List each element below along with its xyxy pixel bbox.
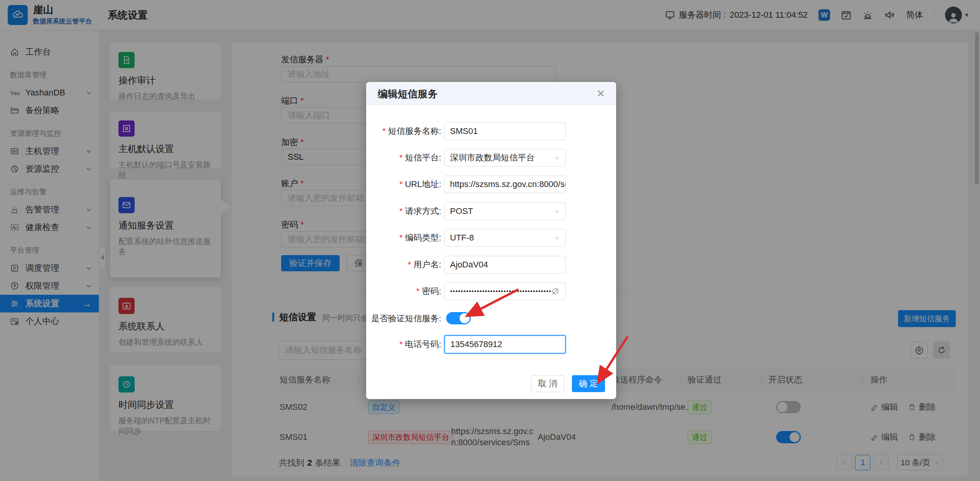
app-root: 崖山 数据库系统云管平台 系统设置 服务器时间 : 2023-12-01 11:… bbox=[0, 0, 980, 481]
modal-password-input[interactable]: •••••••••••••••••••••••••••••••••••••••• bbox=[444, 282, 566, 300]
modal-field-username: *用户名: AjoDaV04 bbox=[366, 256, 616, 274]
modal-field-encoding: *编码类型: UTF-8 bbox=[366, 229, 616, 247]
username-input[interactable]: AjoDaV04 bbox=[444, 256, 566, 274]
verify-sms-toggle[interactable] bbox=[446, 312, 471, 324]
modal-field-verify-toggle: 是否验证短信服务: bbox=[366, 310, 616, 327]
encoding-select[interactable]: UTF-8 bbox=[444, 229, 566, 247]
modal-field-url: *URL地址: https://szsms.sz.gov.cn:8000/ser… bbox=[366, 175, 616, 193]
eye-invisible-icon[interactable] bbox=[551, 287, 560, 296]
chevron-down-icon bbox=[554, 208, 560, 214]
sms-name-input[interactable]: SMS01 bbox=[444, 122, 566, 140]
modal-field-password: *密码: •••••••••••••••••••••••••••••••••••… bbox=[366, 282, 616, 300]
modal-field-service-name: *短信服务名称: SMS01 bbox=[366, 122, 616, 140]
chevron-down-icon bbox=[554, 155, 560, 161]
modal-title: 编辑短信服务 bbox=[378, 87, 438, 101]
sms-platform-select[interactable]: 深圳市政数局短信平台 bbox=[444, 149, 566, 167]
request-method-select[interactable]: POST bbox=[444, 202, 566, 220]
edit-sms-modal: 编辑短信服务 ✕ *短信服务名称: SMS01 *短信平台: 深圳市政数局短信平… bbox=[366, 82, 616, 399]
close-icon[interactable]: ✕ bbox=[594, 87, 608, 100]
modal-field-method: *请求方式: POST bbox=[366, 202, 616, 220]
phone-number-input[interactable]: 13545678912 bbox=[444, 335, 566, 354]
sms-url-input[interactable]: https://szsms.sz.gov.cn:8000/services bbox=[444, 175, 566, 193]
modal-field-platform: *短信平台: 深圳市政数局短信平台 bbox=[366, 149, 616, 167]
modal-field-phone: *电话号码: 13545678912 bbox=[366, 335, 616, 354]
cancel-button[interactable]: 取 消 bbox=[531, 375, 564, 392]
ok-button[interactable]: 确 定 bbox=[572, 375, 605, 392]
chevron-down-icon bbox=[554, 235, 560, 241]
